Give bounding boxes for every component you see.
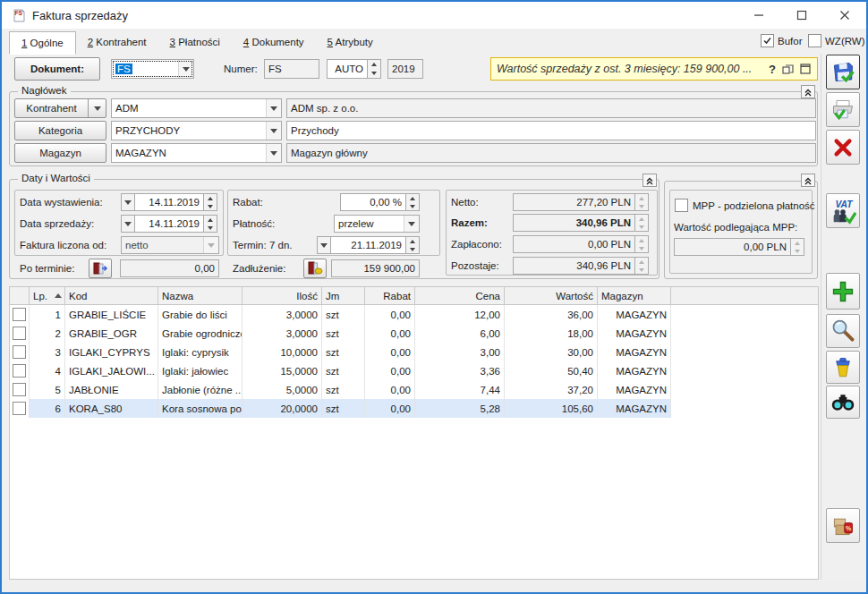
naglowek-collapse-button[interactable] — [801, 85, 815, 98]
column-header-cena[interactable]: Cena — [415, 287, 505, 304]
column-header-magazyn[interactable]: Magazyn — [598, 287, 671, 304]
wz-checkbox-box[interactable] — [808, 34, 821, 47]
cell-wartosc: 50,40 — [505, 361, 598, 380]
sale-date-dropdown[interactable] — [121, 215, 134, 233]
column-header-kod[interactable]: Kod — [65, 287, 158, 304]
banner-restore-icon[interactable] — [781, 63, 795, 75]
kategoria-button[interactable]: Kategoria — [14, 121, 106, 140]
print-icon — [830, 98, 855, 123]
dropdown-arrow-icon — [94, 106, 101, 111]
document-type-dropdown[interactable] — [178, 60, 193, 78]
table-row[interactable]: 2GRABIE_OGRGrabie ogrodnicze3,0000szt0,0… — [10, 324, 818, 343]
zaplacono-spinner — [635, 235, 649, 253]
platnosc-dropdown[interactable] — [404, 216, 419, 232]
cell-kod: JABŁONIE — [65, 380, 158, 399]
table-row[interactable]: 3IGLAKI_CYPRYSIglaki: cyprysik10,0000szt… — [10, 343, 818, 361]
column-header-nazwa[interactable]: Nazwa — [158, 287, 243, 304]
kategoria-code-combo[interactable]: PRZYCHODY — [111, 121, 282, 140]
zadluzenie-button[interactable] — [303, 259, 327, 278]
print-button[interactable] — [826, 92, 860, 127]
issue-date-dropdown[interactable] — [121, 193, 134, 211]
cell-filler — [671, 343, 818, 361]
spinner-down-icon — [371, 72, 377, 75]
table-row[interactable]: 4IGLAKI_JAŁOWI...Iglaki: jałowiec15,0000… — [10, 361, 818, 380]
column-header-lp[interactable]: Lp. — [30, 287, 65, 304]
cell-kod: GRABIE_LIŚCIE — [65, 305, 158, 324]
add-item-button[interactable] — [826, 273, 860, 310]
termin-date-field[interactable]: 21.11.2019 — [330, 236, 406, 254]
row-checkbox[interactable] — [13, 345, 26, 359]
document-type-combo[interactable]: FS — [111, 59, 194, 79]
minimize-button[interactable] — [739, 2, 779, 29]
rabat-field[interactable]: 0,00 % — [340, 193, 406, 211]
table-row[interactable]: 1GRABIE_LIŚCIEGrabie do liści3,0000szt0,… — [10, 305, 818, 324]
kategoria-code-dropdown[interactable] — [266, 122, 281, 140]
column-header-ilosc[interactable]: Ilość — [243, 287, 322, 304]
tab-atrybuty[interactable]: 5 Atrybuty — [316, 31, 385, 53]
magazyn-code-combo[interactable]: MAGAZYN — [111, 143, 282, 163]
daty-legend: Daty i Wartości — [18, 173, 94, 183]
magazyn-button[interactable]: Magazyn — [14, 143, 106, 163]
wz-checkbox[interactable]: WZ(RW) — [808, 34, 865, 47]
bufor-checkbox[interactable]: Bufor — [761, 34, 803, 47]
find-item-button[interactable] — [826, 386, 860, 419]
termin-date-dropdown[interactable] — [317, 236, 330, 254]
daty-collapse-button[interactable] — [642, 174, 657, 187]
vat-icon: VAT — [830, 198, 856, 225]
tab-ogolne[interactable]: 1 Ogólne — [9, 31, 76, 55]
tab-label: 4 Dokumenty — [243, 37, 304, 47]
table-row[interactable]: 6KORA_S80Kora sosnowa po...20,0000szt0,0… — [10, 399, 818, 418]
kontrahent-dropdown[interactable] — [88, 99, 106, 117]
issue-date-field[interactable]: 14.11.2019 — [134, 193, 204, 211]
issue-date-spinner[interactable] — [204, 193, 217, 211]
window-footer — [2, 581, 866, 592]
cell-nazwa: Grabie do liści — [158, 305, 243, 324]
tab-dokumenty[interactable]: 4 Dokumenty — [232, 31, 316, 53]
rabat-spinner[interactable] — [406, 193, 420, 211]
numer-number-field[interactable]: AUTO — [327, 59, 368, 79]
termin-date-spinner[interactable] — [406, 236, 420, 254]
binoculars-icon — [830, 390, 855, 415]
kontrahent-button[interactable]: Kontrahent — [14, 98, 106, 118]
save-button[interactable] — [826, 55, 860, 89]
kontrahent-code-dropdown[interactable] — [266, 99, 281, 117]
sale-date-spinner[interactable] — [204, 215, 217, 233]
dokument-button[interactable]: Dokument: — [14, 57, 100, 81]
tab-platnosci[interactable]: 3 Płatności — [158, 31, 232, 53]
banner-maximize-icon[interactable] — [799, 63, 812, 75]
close-button[interactable] — [825, 2, 864, 29]
row-checkbox[interactable] — [13, 402, 26, 415]
bufor-checkbox-box[interactable] — [761, 34, 774, 47]
row-checkbox[interactable] — [13, 327, 26, 340]
kategoria-name-field[interactable]: Przychody — [286, 121, 816, 140]
row-checkbox[interactable] — [13, 308, 26, 321]
cell-lp: 6 — [30, 399, 65, 418]
mpp-checkbox-box[interactable] — [675, 199, 688, 212]
platnosc-combo[interactable]: przelew — [334, 215, 420, 233]
row-checkbox[interactable] — [13, 383, 26, 396]
maximize-button[interactable] — [782, 2, 821, 29]
column-header-wartosc[interactable]: Wartość — [505, 287, 598, 304]
tab-kontrahent[interactable]: 2 Kontrahent — [76, 31, 158, 53]
discount-button[interactable]: % — [826, 508, 860, 543]
row-checkbox[interactable] — [13, 364, 26, 378]
mpp-checkbox[interactable]: MPP - podzielona płatność — [675, 199, 815, 212]
sale-date-field[interactable]: 14.11.2019 — [134, 215, 204, 233]
cancel-button[interactable] — [826, 130, 860, 165]
table-row[interactable]: 5JABŁONIEJabłonie (różne ...5,0000szt0,0… — [10, 380, 818, 399]
cell-filler — [671, 305, 818, 324]
column-header-rabat[interactable]: Rabat — [365, 287, 415, 304]
numer-spinner[interactable] — [368, 59, 381, 79]
kontrahent-code-combo[interactable]: ADM — [111, 98, 282, 118]
delete-item-button[interactable] — [826, 351, 860, 384]
magazyn-code-dropdown[interactable] — [266, 144, 281, 162]
naglowek-legend: Nagłówek — [18, 85, 71, 96]
banner-help[interactable]: ? — [769, 63, 776, 76]
column-header-jm[interactable]: Jm — [322, 287, 365, 304]
vat-button[interactable]: VAT — [826, 193, 860, 228]
po-terminie-button[interactable] — [89, 259, 112, 278]
mpp-collapse-button[interactable] — [801, 174, 815, 187]
edit-item-button[interactable] — [826, 314, 860, 348]
cell-jm: szt — [322, 399, 365, 418]
razem-spinner — [635, 214, 649, 232]
